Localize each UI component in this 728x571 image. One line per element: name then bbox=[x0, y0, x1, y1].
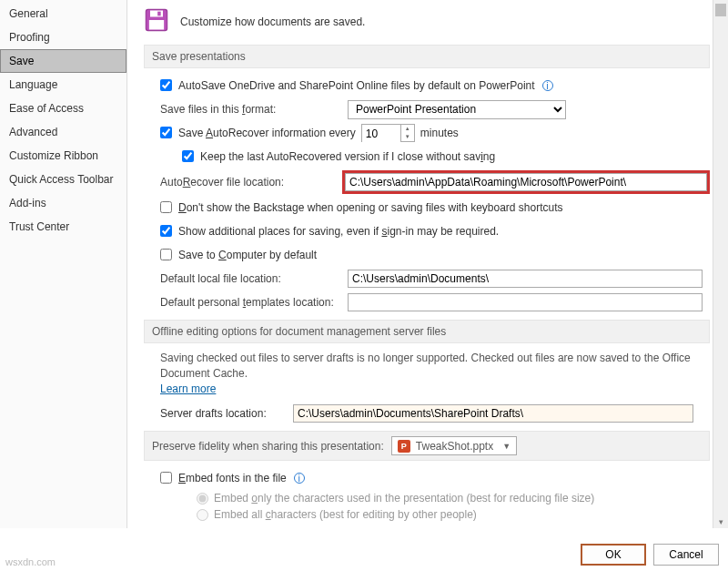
default-templates-label: Default personal templates location: bbox=[160, 296, 342, 309]
info-icon[interactable]: i bbox=[542, 80, 553, 91]
section-offline: Offline editing options for document man… bbox=[144, 320, 710, 343]
page-subtitle: Customize how documents are saved. bbox=[180, 15, 365, 28]
autosave-checkbox[interactable] bbox=[160, 79, 172, 91]
sidebar-item-customize-ribbon[interactable]: Customize Ribbon bbox=[0, 144, 126, 168]
dont-show-backstage-checkbox[interactable] bbox=[160, 201, 172, 213]
sidebar-item-proofing[interactable]: Proofing bbox=[0, 25, 126, 49]
dont-show-backstage-label: Don't show the Backstage when opening or… bbox=[178, 201, 563, 214]
minutes-label: minutes bbox=[420, 127, 459, 139]
keep-last-label: Keep the last AutoRecovered version if I… bbox=[200, 150, 495, 163]
sidebar-item-general[interactable]: General bbox=[0, 2, 126, 25]
embed-only-radio bbox=[197, 493, 208, 505]
section-preserve: Preserve fidelity when sharing this pres… bbox=[144, 431, 710, 461]
autorecover-minutes-spinner[interactable]: ▲▼ bbox=[361, 124, 415, 142]
server-drafts-input[interactable] bbox=[293, 404, 693, 423]
embed-all-radio bbox=[197, 509, 208, 521]
options-content: Customize how documents are saved. Save … bbox=[127, 0, 728, 528]
options-sidebar: General Proofing Save Language Ease of A… bbox=[0, 0, 127, 528]
section-save-presentations: Save presentations bbox=[144, 45, 710, 68]
spinner-up-icon[interactable]: ▲ bbox=[401, 125, 414, 133]
sidebar-item-trust-center[interactable]: Trust Center bbox=[0, 215, 126, 239]
save-computer-label: Save to Computer by default bbox=[178, 249, 317, 261]
dialog-buttons: OK Cancel bbox=[581, 544, 719, 566]
autorecover-label: Save AutoRecover information every bbox=[178, 127, 356, 139]
default-templates-input[interactable] bbox=[348, 293, 703, 311]
autorecover-location-highlight bbox=[342, 170, 710, 194]
autorecover-minutes-input[interactable] bbox=[362, 125, 400, 143]
default-local-input[interactable] bbox=[348, 270, 703, 288]
save-computer-checkbox[interactable] bbox=[160, 249, 172, 260]
learn-more-link[interactable]: Learn more bbox=[160, 382, 216, 395]
keep-last-checkbox[interactable] bbox=[182, 150, 194, 162]
powerpoint-file-icon: P bbox=[398, 440, 410, 453]
sidebar-item-add-ins[interactable]: Add-ins bbox=[0, 191, 126, 215]
autosave-label: AutoSave OneDrive and SharePoint Online … bbox=[178, 79, 535, 92]
preserve-fidelity-label: Preserve fidelity when sharing this pres… bbox=[152, 440, 384, 453]
info-icon[interactable]: i bbox=[294, 473, 305, 484]
vertical-scrollbar[interactable]: ▴ ▾ bbox=[713, 0, 728, 528]
embed-fonts-checkbox[interactable] bbox=[160, 472, 172, 484]
save-format-label: Save files in this format: bbox=[160, 103, 342, 116]
autorecover-checkbox[interactable] bbox=[160, 127, 172, 138]
show-additional-label: Show additional places for saving, even … bbox=[178, 225, 499, 238]
show-additional-checkbox[interactable] bbox=[160, 225, 172, 237]
chevron-down-icon: ▼ bbox=[502, 442, 511, 451]
default-local-label: Default local file location: bbox=[160, 272, 342, 285]
scrollbar-thumb[interactable] bbox=[715, 4, 726, 16]
svg-rect-1 bbox=[150, 11, 163, 17]
embed-all-label: Embed all characters (best for editing b… bbox=[214, 508, 477, 521]
presentation-selector[interactable]: P TweakShot.pptx ▼ bbox=[391, 436, 517, 455]
offline-note: Saving checked out files to server draft… bbox=[160, 351, 710, 382]
ok-button[interactable]: OK bbox=[581, 544, 646, 566]
sidebar-item-save[interactable]: Save bbox=[0, 49, 126, 73]
spinner-down-icon[interactable]: ▼ bbox=[401, 133, 414, 141]
scroll-down-icon[interactable]: ▾ bbox=[713, 517, 728, 526]
presentation-filename: TweakShot.pptx bbox=[416, 440, 493, 453]
sidebar-item-advanced[interactable]: Advanced bbox=[0, 120, 126, 144]
sidebar-item-language[interactable]: Language bbox=[0, 73, 126, 97]
sidebar-item-ease-of-access[interactable]: Ease of Access bbox=[0, 97, 126, 120]
embed-only-label: Embed only the characters used in the pr… bbox=[214, 492, 594, 505]
svg-rect-2 bbox=[157, 12, 161, 16]
save-format-select[interactable]: PowerPoint Presentation bbox=[348, 100, 566, 119]
server-drafts-label: Server drafts location: bbox=[160, 407, 288, 420]
svg-rect-3 bbox=[149, 20, 164, 30]
cancel-button[interactable]: Cancel bbox=[653, 544, 719, 566]
sidebar-item-quick-access-toolbar[interactable]: Quick Access Toolbar bbox=[0, 168, 126, 191]
autorecover-location-input[interactable] bbox=[345, 173, 707, 191]
watermark: wsxdn.com bbox=[5, 556, 56, 567]
save-icon bbox=[144, 7, 169, 36]
autorecover-location-label: AutoRecover file location: bbox=[160, 176, 337, 189]
embed-fonts-label: Embed fonts in the file bbox=[178, 472, 287, 484]
